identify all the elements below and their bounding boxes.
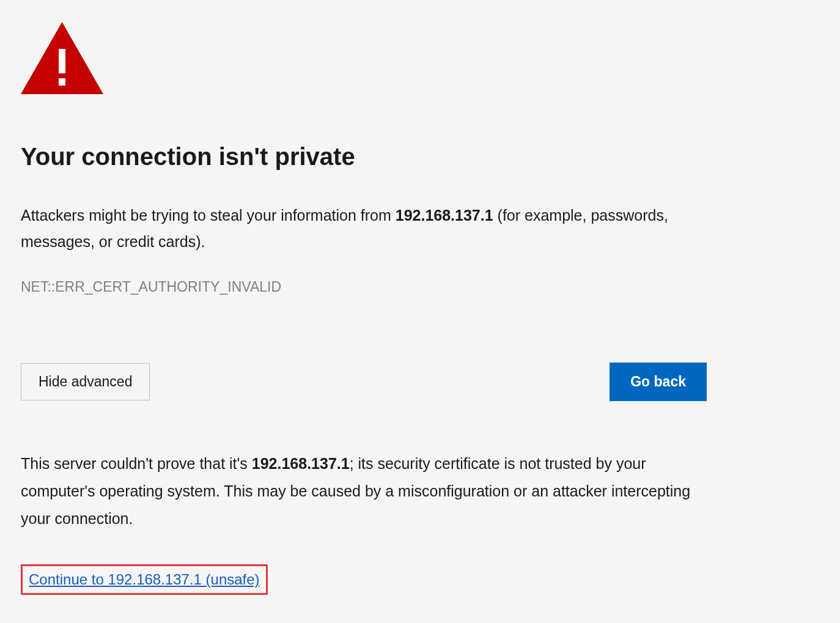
- warning-description: Attackers might be trying to steal your …: [21, 202, 712, 254]
- description-prefix: Attackers might be trying to steal your …: [21, 207, 396, 224]
- hide-advanced-button[interactable]: Hide advanced: [21, 363, 150, 400]
- advanced-explanation: This server couldn't prove that it's 192…: [21, 450, 693, 533]
- svg-rect-1: [59, 49, 65, 73]
- svg-rect-2: [59, 78, 65, 86]
- advanced-prefix: This server couldn't prove that it's: [21, 455, 252, 472]
- continue-unsafe-link[interactable]: Continue to 192.168.137.1 (unsafe): [29, 571, 260, 588]
- description-host: 192.168.137.1: [396, 207, 493, 224]
- advanced-host: 192.168.137.1: [252, 455, 350, 472]
- error-code: NET::ERR_CERT_AUTHORITY_INVALID: [21, 279, 819, 295]
- page-heading: Your connection isn't private: [21, 143, 819, 171]
- button-row: Hide advanced Go back: [21, 363, 707, 401]
- warning-triangle-icon: [21, 22, 819, 97]
- go-back-button[interactable]: Go back: [610, 363, 707, 401]
- continue-link-highlight: Continue to 192.168.137.1 (unsafe): [21, 564, 268, 595]
